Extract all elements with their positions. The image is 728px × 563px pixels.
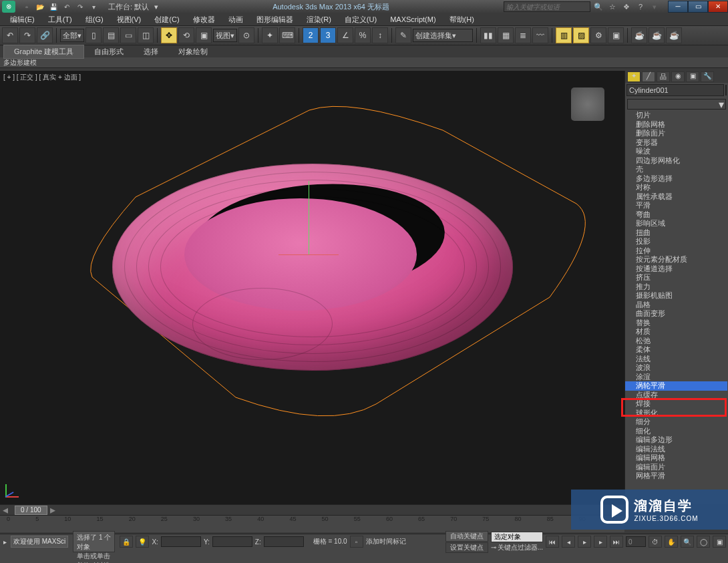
modifier-item[interactable]: 删除面片	[625, 129, 727, 138]
snap-toggle-2d[interactable]: 2	[303, 27, 319, 43]
menu-edit[interactable]: 编辑(E)	[3, 15, 41, 25]
undo-button[interactable]: ↶	[2, 27, 18, 43]
viewport-label[interactable]: [ + ] [ 正交 ] [ 真实 + 边面 ]	[3, 73, 81, 82]
modifier-item[interactable]: 球形化	[625, 409, 727, 418]
scene-object[interactable]	[112, 164, 513, 371]
modifier-item[interactable]: 拉伸	[625, 246, 727, 256]
modifier-item[interactable]: 摄影机贴图	[625, 291, 727, 301]
menu-views[interactable]: 视图(V)	[110, 15, 148, 25]
create-tab-icon[interactable]: ✦	[627, 71, 641, 82]
qat-dropdown-icon[interactable]: ▾	[87, 1, 100, 12]
close-button[interactable]: ✕	[708, 1, 728, 13]
modifier-item[interactable]: 网格平滑	[625, 472, 727, 481]
addtime-icon[interactable]: ▫	[350, 536, 363, 548]
zoom-icon[interactable]: 🔍	[681, 536, 694, 548]
modifier-item[interactable]: 多边形选择	[625, 174, 727, 184]
x-coord-input[interactable]	[161, 536, 201, 547]
time-slider[interactable]: ◂ 0 / 100 ▸	[0, 504, 624, 515]
key-icon[interactable]: ⊸	[491, 544, 496, 551]
pivot-button[interactable]: ⊙	[238, 27, 254, 43]
region-select-button[interactable]: ▭	[120, 27, 136, 43]
modifier-item[interactable]: 挤压	[625, 273, 727, 283]
keyboard-shortcut-button[interactable]: ⌨	[279, 27, 295, 43]
select-move-button[interactable]: ✥	[161, 27, 177, 43]
modifier-item[interactable]: 柔体	[625, 345, 727, 355]
y-coord-input[interactable]	[212, 536, 252, 547]
percent-snap-button[interactable]: %	[355, 27, 371, 43]
new-icon[interactable]: ▫	[21, 1, 33, 12]
named-sel-edit-button[interactable]: ✎	[395, 27, 411, 43]
modifier-item[interactable]: 法线	[625, 355, 727, 364]
angle-snap-button[interactable]: ∠	[337, 27, 353, 43]
redo-icon[interactable]: ↷	[74, 1, 86, 12]
motion-tab-icon[interactable]: ◉	[671, 71, 685, 82]
mirror-button[interactable]: ▮▮	[480, 27, 496, 43]
modifier-item[interactable]: 曲面变形	[625, 309, 727, 319]
workspace-label[interactable]: 工作台: 默认	[108, 2, 149, 12]
render-iterative-button[interactable]: ☕	[649, 27, 665, 43]
select-rotate-button[interactable]: ⟲	[178, 27, 194, 43]
modifier-item[interactable]: 波浪	[625, 363, 727, 373]
menu-grapheditors[interactable]: 图形编辑器	[250, 15, 300, 25]
keyfilter-button[interactable]: 关键点过滤器...	[498, 543, 543, 552]
comm-icon[interactable]: ❖	[620, 1, 632, 12]
script-toggle-icon[interactable]: ▸	[3, 538, 7, 546]
ribbon-panel-label[interactable]: 多边形建模	[0, 57, 728, 68]
welcome-tab[interactable]: 欢迎使用 MAXSci	[11, 536, 68, 548]
display-tab-icon[interactable]: ▣	[686, 71, 699, 82]
modifier-list-dropdown[interactable]: ▾	[627, 99, 726, 110]
save-icon[interactable]: 💾	[47, 1, 59, 12]
redo-button[interactable]: ↷	[19, 27, 35, 43]
menu-help[interactable]: 帮助(H)	[443, 15, 481, 25]
modifier-item[interactable]: 壳	[625, 165, 727, 174]
layers-button[interactable]: ≣	[515, 27, 531, 43]
menu-tools[interactable]: 工具(T)	[41, 15, 79, 25]
manipulate-button[interactable]: ✦	[262, 27, 278, 43]
modifier-item[interactable]: 扭曲	[625, 228, 727, 238]
hierarchy-tab-icon[interactable]: 品	[657, 71, 670, 82]
time-config-icon[interactable]: ⏱	[649, 536, 662, 548]
utilities-tab-icon[interactable]: 🔧	[701, 71, 714, 82]
menu-group[interactable]: 组(G)	[79, 15, 110, 25]
modifier-item[interactable]: 焊接	[625, 399, 727, 409]
search-input[interactable]	[504, 1, 590, 12]
pan-icon[interactable]: ✋	[665, 536, 678, 548]
object-name-input[interactable]	[626, 84, 724, 96]
material-editor-button[interactable]: ▨	[573, 27, 589, 43]
viewport[interactable]: [ + ] [ 正交 ] [ 真实 + 边面 ]	[0, 71, 624, 504]
modifier-item[interactable]: 材质	[625, 327, 727, 337]
ribbon-tab-objectpaint[interactable]: 对象绘制	[168, 45, 218, 58]
menu-maxscript[interactable]: MAXScript(M)	[383, 15, 442, 23]
menu-modifiers[interactable]: 修改器	[186, 15, 222, 25]
modifier-item[interactable]: 四边形网格化	[625, 156, 727, 166]
modifier-item[interactable]: 编辑网格	[625, 453, 727, 463]
app-icon[interactable]: ⊗	[2, 1, 15, 13]
rendered-frame-button[interactable]: ▣	[608, 27, 624, 43]
modifier-item[interactable]: 细化	[625, 427, 727, 436]
modifier-item[interactable]: 按元素分配材质	[625, 255, 727, 264]
modifier-item[interactable]: 替换	[625, 319, 727, 328]
maximize-viewport-icon[interactable]: ▣	[713, 536, 726, 548]
current-frame-input[interactable]: 0	[626, 536, 646, 547]
menu-animation[interactable]: 动画	[222, 15, 250, 25]
render-production-button[interactable]: ☕	[631, 27, 647, 43]
next-frame-icon[interactable]: ▸	[594, 536, 607, 548]
modifier-item[interactable]: 编辑法线	[625, 445, 727, 454]
undo-icon[interactable]: ↶	[61, 1, 73, 12]
modifier-item[interactable]: 影响区域	[625, 219, 727, 228]
selection-filter[interactable]: 全部 ▾	[60, 29, 84, 42]
autokey-button[interactable]: 自动关键点	[445, 531, 488, 542]
menu-rendering[interactable]: 渲染(R)	[300, 15, 338, 25]
gizmo-x-axis[interactable]	[279, 254, 339, 255]
modifier-item[interactable]: 涂渲	[625, 373, 727, 382]
named-selection-set[interactable]: 创建选择集 ▾	[413, 29, 473, 42]
modifier-item[interactable]: 噪波	[625, 147, 727, 156]
modifier-item[interactable]: 平滑	[625, 201, 727, 210]
addtime-label[interactable]: 添加时间标记	[366, 537, 406, 546]
window-crossing-button[interactable]: ◫	[138, 27, 154, 43]
modifier-item[interactable]: 点缓存	[625, 391, 727, 400]
modifier-item[interactable]: 编辑多边形	[625, 435, 727, 445]
render-button[interactable]: ☕	[666, 27, 682, 43]
ribbon-tab-selection[interactable]: 选择	[134, 45, 168, 58]
help-dropdown-icon[interactable]: ▾	[649, 1, 661, 12]
